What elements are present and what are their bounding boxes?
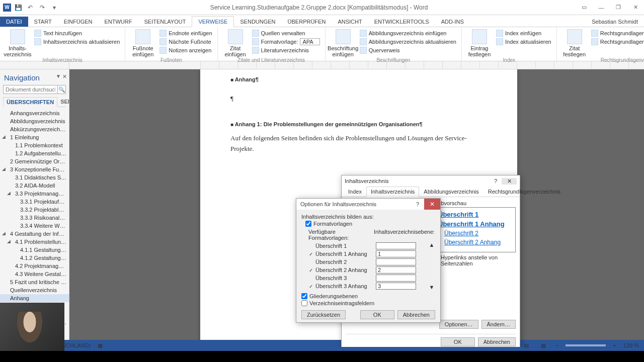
nav-item[interactable]: 4.1.2 Gestaltung n… (0, 254, 69, 262)
nav-item[interactable]: 5 Fazit und kritische Refl… (0, 278, 69, 286)
nav-item[interactable]: 1.1 Problemkontext (0, 141, 69, 149)
level-input[interactable] (376, 250, 416, 257)
cancel-button-2[interactable]: Abbrechen (397, 310, 435, 319)
ok-button-2[interactable]: OK (360, 310, 394, 319)
nav-item[interactable]: 1.2 Aufgabenstellung… (0, 149, 69, 157)
insert-figures-button[interactable]: Abbildungsverzeichnis einfügen (359, 29, 457, 37)
ribbon-options-icon[interactable]: ▭ (576, 2, 593, 13)
reset-button[interactable]: Zurücksetzen (301, 310, 346, 319)
nav-item[interactable]: ◢3 Konzeptionelle Fundier… (0, 165, 69, 173)
nav-item[interactable]: 2 Gemeinnützige Organi… (0, 157, 69, 165)
cancel-button[interactable]: Abbrechen (478, 337, 516, 346)
nav-item[interactable]: 3.3.2 Projektablauf… (0, 206, 69, 214)
nav-item[interactable]: 3.2 AIDA-Modell (0, 182, 69, 190)
nav-item[interactable]: 3.3.4 Weitere Werk… (0, 222, 69, 230)
tab-ueberpruefen[interactable]: ÜBERPRÜFEN (282, 17, 332, 27)
citation-button[interactable]: Zitateinfügen (222, 28, 249, 57)
level-input[interactable] (376, 275, 416, 282)
update-index-button[interactable]: Index aktualisieren (495, 38, 552, 46)
modify-button[interactable]: Ändern… (481, 320, 516, 329)
level-input[interactable] (376, 266, 416, 274)
nav-item[interactable]: ◢4 Gestaltung der Inform… (0, 230, 69, 238)
nav-item[interactable]: ◢4.1 Problemstellunge… (0, 238, 69, 246)
fields-checkbox[interactable]: Verzeichniseintragsfeldern (301, 300, 435, 306)
maximize-icon[interactable]: ❐ (610, 2, 627, 13)
ok-button[interactable]: OK (441, 337, 475, 346)
nav-item[interactable]: 3.3.3 Risikoanalyse (0, 214, 69, 222)
styles-checkbox[interactable]: Formatvorlagen (305, 221, 435, 227)
dialog-help-icon[interactable]: ? (490, 178, 502, 184)
print-layout-icon[interactable]: ▤ (521, 342, 531, 349)
mark-entry-button[interactable]: Eintragfestlegen (466, 28, 493, 57)
level-input[interactable] (376, 283, 416, 290)
style-select[interactable]: Formatvorlage: APA (251, 38, 321, 46)
nav-item[interactable]: 3.1 Didaktisches Struk… (0, 173, 69, 182)
dialog2-close-icon[interactable]: ✕ (424, 199, 440, 210)
update-authorities-button[interactable]: Rechtsgrundlagenverzeichnis aktualisiere… (590, 38, 644, 46)
save-icon[interactable]: 💾 (13, 3, 23, 13)
nav-close-icon[interactable]: ✕ (62, 73, 67, 80)
show-notes-button[interactable]: Notizen anzeigen (158, 46, 213, 54)
scroll-up-icon[interactable]: ▲ (429, 242, 435, 248)
nav-dropdown-icon[interactable]: ▼ (56, 73, 61, 79)
nav-item[interactable]: Anhang (0, 294, 69, 302)
dlg-tab-toc[interactable]: Inhaltsverzeichnis (366, 187, 419, 197)
nav-item[interactable]: 4.3 Weitere Gestaltun… (0, 270, 69, 278)
next-footnote-button[interactable]: Nächste Fußnote (158, 38, 213, 46)
qat-more-icon[interactable]: ▾ (49, 3, 59, 13)
tab-entwicklertools[interactable]: ENTWICKLERTOOLS (368, 17, 435, 27)
nav-item[interactable]: Abbildungsverzeichnis (0, 117, 69, 125)
tab-entwurf[interactable]: ENTWURF (98, 17, 138, 27)
redo-icon[interactable]: ↷ (37, 3, 47, 13)
nav-item[interactable]: 4.1.1 Gestaltung n… (0, 246, 69, 254)
tab-addins[interactable]: ADD-INS (435, 17, 470, 27)
tab-datei[interactable]: DATEI (0, 17, 28, 27)
dlg-tab-figures[interactable]: Abbildungsverzeichnis (419, 187, 483, 197)
outline-checkbox[interactable]: Gliederungsebenen (301, 293, 435, 299)
tab-start[interactable]: START (28, 17, 58, 27)
update-figures-button[interactable]: Abbildungsverzeichnis aktualisieren (359, 38, 457, 46)
tab-seitenlayout[interactable]: SEITENLAYOUT (138, 17, 192, 27)
zoom-slider[interactable] (566, 344, 606, 346)
endnote-button[interactable]: Endnote einfügen (158, 29, 213, 37)
scroll-down-icon[interactable]: ▼ (429, 284, 435, 290)
insert-authorities-button[interactable]: Rechtsgrundlagenverzeichnis einfügen (590, 29, 644, 37)
web-layout-icon[interactable]: ▦ (538, 342, 548, 349)
nav-item[interactable]: Quellenverzeichnis (0, 286, 69, 294)
manage-sources-button[interactable]: Quellen verwalten (251, 29, 321, 37)
nav-tab-headings[interactable]: ÜBERSCHRIFTEN (3, 97, 57, 107)
close-icon[interactable]: ✕ (627, 2, 644, 13)
dialog-close-icon[interactable]: ✕ (502, 178, 517, 185)
dialog2-help-icon[interactable]: ? (411, 201, 424, 207)
zoom-level[interactable]: 120 % (623, 342, 639, 348)
nav-item[interactable]: 3.3.1 Projektaufba… (0, 198, 69, 206)
tab-verweise[interactable]: VERWEISE (192, 16, 234, 27)
toc-button[interactable]: Inhalts-verzeichnis (4, 28, 31, 57)
footnote-button[interactable]: Fußnoteeinfügen (129, 28, 156, 57)
minimize-icon[interactable]: — (593, 2, 610, 13)
insert-index-button[interactable]: Index einfügen (495, 29, 552, 37)
caption-button[interactable]: Beschriftungeinfügen (330, 28, 357, 57)
zoom-out-icon[interactable]: − (555, 342, 558, 348)
dlg-tab-index[interactable]: Index (344, 187, 366, 197)
update-toc-button[interactable]: Inhaltsverzeichnis aktualisieren (33, 38, 121, 46)
search-icon[interactable]: 🔍 (58, 85, 66, 94)
bibliography-button[interactable]: Literaturverzeichnis (251, 46, 321, 54)
account-name[interactable]: Sebastian Schmidt (586, 17, 644, 27)
crossref-button[interactable]: Querverweis (359, 46, 457, 54)
nav-item[interactable]: Anhangsverzeichnis (0, 109, 69, 117)
document-area[interactable]: ■ Anhang¶ ¶ ■ Anhang 1: Die Problemstell… (69, 69, 644, 347)
tab-sendungen[interactable]: SENDUNGEN (234, 17, 281, 27)
macro-icon[interactable]: ▦ (98, 342, 103, 349)
options-button[interactable]: Optionen… (439, 320, 478, 329)
level-input[interactable] (376, 258, 416, 265)
nav-item[interactable]: ◢3.3 Projektmanagem… (0, 190, 69, 198)
add-text-button[interactable]: Text hinzufügen (33, 29, 121, 37)
search-input[interactable] (3, 85, 58, 94)
zoom-in-icon[interactable]: + (613, 342, 616, 348)
undo-icon[interactable]: ↶ (25, 3, 35, 13)
nav-item[interactable]: ◢1 Einleitung (0, 133, 69, 141)
nav-item[interactable]: 4.2 Projektmanagem… (0, 262, 69, 270)
mark-citation-button[interactable]: Zitatfestlegen (561, 28, 588, 57)
nav-item[interactable]: Abkürzungsverzeichnis (0, 125, 69, 133)
